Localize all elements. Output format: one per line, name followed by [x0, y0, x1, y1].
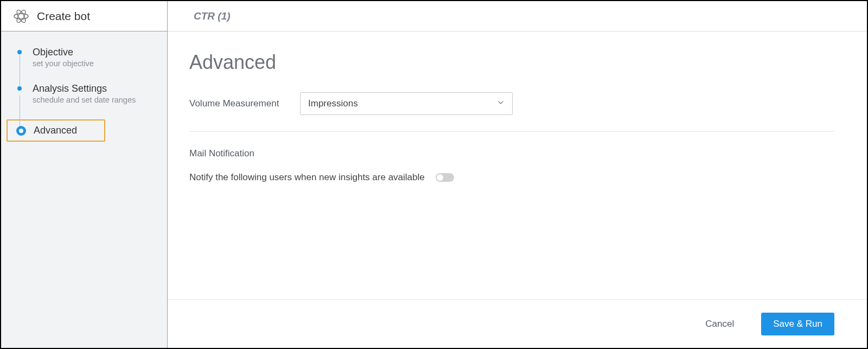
- mail-notification-label: Mail Notification: [189, 148, 834, 159]
- step-dot-icon: [17, 86, 22, 91]
- wizard-step-advanced[interactable]: Advanced: [7, 119, 105, 142]
- step-title: Objective: [33, 47, 167, 58]
- volume-measurement-label: Volume Measurement: [189, 98, 287, 109]
- bot-logo-icon: [13, 10, 29, 23]
- sidebar-header: Create bot: [1, 1, 167, 31]
- step-subtitle: schedule and set date ranges: [33, 96, 167, 104]
- wizard-step-objective[interactable]: Objective set your objective: [1, 47, 167, 68]
- chevron-down-icon: [497, 98, 505, 109]
- breadcrumb: CTR (1): [194, 10, 231, 22]
- step-connector: [20, 54, 20, 90]
- svg-point-0: [14, 14, 28, 19]
- notify-row: Notify the following users when new insi…: [189, 172, 834, 183]
- save-run-button[interactable]: Save & Run: [761, 313, 834, 335]
- page-title: Advanced: [189, 51, 834, 74]
- notify-text: Notify the following users when new insi…: [189, 172, 425, 183]
- sidebar-title: Create bot: [37, 10, 90, 23]
- main-header: CTR (1): [168, 1, 867, 31]
- toggle-knob: [437, 174, 443, 181]
- wizard-steps: Objective set your objective Analysis Se…: [1, 31, 167, 157]
- step-title: Analysis Settings: [33, 83, 167, 94]
- cancel-button[interactable]: Cancel: [693, 313, 746, 335]
- notify-toggle[interactable]: [436, 173, 454, 182]
- step-connector: [20, 96, 20, 130]
- step-subtitle: set your objective: [33, 59, 167, 68]
- step-active-dot-icon: [16, 126, 26, 136]
- sidebar: Create bot Objective set your objective …: [1, 1, 168, 348]
- app-frame: Create bot Objective set your objective …: [0, 0, 868, 349]
- wizard-step-analysis-settings[interactable]: Analysis Settings schedule and set date …: [1, 83, 167, 104]
- step-dot-icon: [17, 50, 22, 54]
- footer: Cancel Save & Run: [168, 299, 867, 348]
- select-value: Impressions: [308, 98, 358, 109]
- volume-measurement-select[interactable]: Impressions: [300, 92, 513, 115]
- volume-measurement-row: Volume Measurement Impressions: [189, 92, 834, 115]
- step-title: Advanced: [34, 125, 104, 136]
- divider: [189, 131, 834, 132]
- main-panel: CTR (1) Advanced Volume Measurement Impr…: [168, 1, 867, 348]
